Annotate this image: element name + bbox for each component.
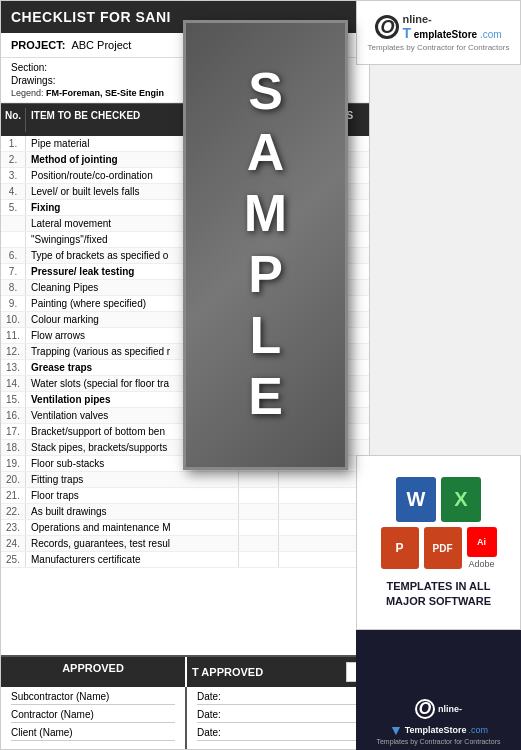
date-row-2: Date:: [197, 709, 361, 723]
row-number: 7.: [1, 264, 26, 279]
not-approved-text: T APPROVED: [192, 666, 263, 678]
project-label: PROJECT:: [11, 39, 65, 51]
row-item-text: Operations and maintenance M: [26, 520, 239, 535]
approved-label: APPROVED: [1, 657, 187, 687]
brand-tagline-bottom: Templates by Contractor for Contractors: [376, 738, 500, 745]
row-number: 2.: [1, 152, 26, 167]
signature-block: Subcontractor (Name) Contractor (Name) C…: [1, 687, 371, 749]
legend-text: FM-Foreman, SE-Site Engin: [46, 88, 164, 98]
brand-top: O nline- T emplateStore .com Templates b…: [356, 0, 521, 65]
brand-O-bottom: O: [415, 699, 435, 719]
software-icons-block: W X P PDF Ai Adobe TEMPLATES IN ALLMAJOR…: [356, 455, 521, 630]
brand-template-bottom-row: ▼ TemplateStore .com: [389, 722, 488, 738]
brand-template-row: T emplateStore .com: [402, 25, 501, 41]
table-row: 25.Manufacturers certificate: [1, 552, 369, 568]
row-check: [239, 520, 279, 535]
adobe-block: Ai Adobe: [467, 527, 497, 569]
row-number: 5.: [1, 200, 26, 215]
date-label-1: Date:: [197, 691, 221, 702]
date-label-2: Date:: [197, 709, 221, 720]
contractor-row: Contractor (Name): [11, 709, 175, 723]
row-number: 17.: [1, 424, 26, 439]
row-item-text: As built drawings: [26, 504, 239, 519]
date-label-3: Date:: [197, 727, 221, 738]
row-number: 13.: [1, 360, 26, 375]
table-row: 21.Floor traps: [1, 488, 369, 504]
row-number: 3.: [1, 168, 26, 183]
table-row: 23.Operations and maintenance M: [1, 520, 369, 536]
row-item-text: Floor traps: [26, 488, 239, 503]
word-icon: W: [396, 477, 436, 522]
row-item-text: Fitting traps: [26, 472, 239, 487]
row-number: 24.: [1, 536, 26, 551]
row-number: 11.: [1, 328, 26, 343]
row-check: [239, 504, 279, 519]
client-row: Client (Name): [11, 727, 175, 741]
row-number: [1, 232, 26, 247]
row-check: [239, 552, 279, 567]
sample-overlay: SAMPLE: [183, 20, 348, 470]
excel-icon: X: [441, 477, 481, 522]
row-check: [239, 536, 279, 551]
table-row: 24.Records, guarantees, test resul: [1, 536, 369, 552]
sample-text: SAMPLE: [236, 62, 296, 428]
drawings-label: Drawings:: [11, 75, 55, 86]
brand-arrow: ▼: [389, 722, 403, 738]
brand-text-row: nline- T emplateStore .com: [402, 13, 501, 41]
row-number: 1.: [1, 136, 26, 151]
row-number: 22.: [1, 504, 26, 519]
row-number: 4.: [1, 184, 26, 199]
brand-logo-top: O nline- T emplateStore .com: [375, 13, 501, 41]
powerpoint-icon: P: [381, 527, 419, 569]
row-number: 25.: [1, 552, 26, 567]
sign-block-right: Date: Date: Date:: [187, 687, 371, 749]
row-number: [1, 216, 26, 231]
row-check: [239, 488, 279, 503]
legend-label: Legend:: [11, 88, 44, 98]
icons-bottom-row: P PDF Ai Adobe: [381, 527, 497, 569]
brand-bottom: O nline- ▼ TemplateStore .com Templates …: [356, 630, 521, 750]
date-row-1: Date:: [197, 691, 361, 705]
row-check: [239, 472, 279, 487]
brand-emplate: emplateStore: [414, 29, 477, 40]
brand-logo-bottom: O nline-: [415, 699, 462, 719]
brand-com: .com: [480, 29, 502, 40]
not-approved-label: T APPROVED: [187, 657, 371, 687]
row-number: 9.: [1, 296, 26, 311]
col-no-header: No.: [1, 108, 26, 132]
subcontractor-label: Subcontractor (Name): [11, 691, 109, 702]
row-item-text: Records, guarantees, test resul: [26, 536, 239, 551]
approved-bar: APPROVED T APPROVED: [1, 655, 371, 687]
brand-online-bottom: nline-: [438, 704, 462, 714]
client-label: Client (Name): [11, 727, 73, 738]
table-row: 20.Fitting traps: [1, 472, 369, 488]
brand-O-top: O: [375, 15, 399, 39]
row-number: 6.: [1, 248, 26, 263]
date-row-3: Date:: [197, 727, 361, 741]
brand-online: nline-: [402, 13, 501, 25]
row-number: 14.: [1, 376, 26, 391]
contractor-label: Contractor (Name): [11, 709, 94, 720]
row-number: 10.: [1, 312, 26, 327]
brand-T-icon: T: [402, 25, 411, 41]
row-item-text: Manufacturers certificate: [26, 552, 239, 567]
row-number: 16.: [1, 408, 26, 423]
row-number: 19.: [1, 456, 26, 471]
brand-com-bottom: .com: [469, 725, 489, 735]
row-number: 8.: [1, 280, 26, 295]
row-number: 12.: [1, 344, 26, 359]
icons-top-row: W X: [396, 477, 481, 522]
row-number: 21.: [1, 488, 26, 503]
adobe-icon: Ai: [467, 527, 497, 557]
brand-text-bottom: nline-: [438, 704, 462, 714]
row-number: 18.: [1, 440, 26, 455]
brand-template-bottom: TemplateStore: [405, 725, 467, 735]
row-number: 23.: [1, 520, 26, 535]
row-number: 15.: [1, 392, 26, 407]
project-name: ABC Project: [71, 39, 131, 51]
software-label: TEMPLATES IN ALLMAJOR SOFTWARE: [386, 579, 491, 608]
header-title: CHECKLIST FOR SANI: [11, 9, 171, 25]
table-row: 22.As built drawings: [1, 504, 369, 520]
sign-block-left: Subcontractor (Name) Contractor (Name) C…: [1, 687, 187, 749]
pdf-label: PDF: [433, 543, 453, 554]
